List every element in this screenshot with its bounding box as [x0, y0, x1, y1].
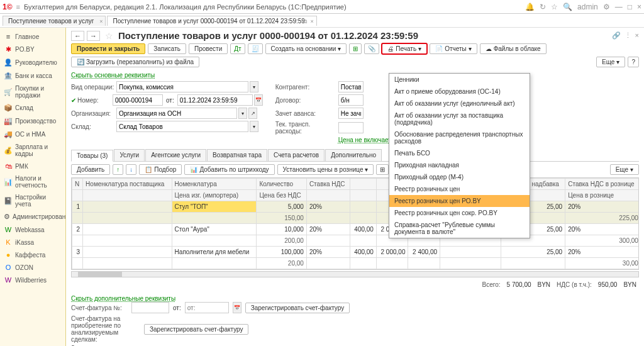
- horizontal-scrollbar[interactable]: [71, 271, 639, 277]
- sidebar-item[interactable]: ✱PO.BY: [0, 43, 65, 56]
- attach-icon[interactable]: 📎: [364, 43, 379, 54]
- sub-tab[interactable]: Дополнительно: [325, 149, 382, 161]
- pick-button[interactable]: 📋 Подбор: [139, 164, 182, 175]
- calendar-icon[interactable]: 📅: [233, 302, 242, 313]
- minimize-icon[interactable]: —: [615, 3, 623, 11]
- print-menu-item[interactable]: Реестр розничных цен сокр. PO.BY: [389, 207, 530, 219]
- duplicate-icon[interactable]: ⧉: [303, 18, 307, 25]
- sidebar-item[interactable]: 🚚ОС и НМА: [0, 128, 65, 141]
- reports-button[interactable]: 📄 Отчеты ▾: [430, 43, 477, 54]
- close-doc-icon[interactable]: ×: [635, 31, 639, 40]
- kebab-icon[interactable]: ⋮: [625, 31, 631, 40]
- transport-field[interactable]: [338, 122, 364, 133]
- star-icon[interactable]: ☆: [551, 3, 558, 11]
- dropdown-icon[interactable]: ▾: [250, 121, 258, 132]
- print-menu-item[interactable]: Печать БСО: [389, 147, 530, 159]
- forward-button[interactable]: →: [87, 31, 100, 41]
- warehouse-field[interactable]: [116, 121, 248, 132]
- maximize-icon[interactable]: □: [628, 3, 632, 11]
- close-icon[interactable]: ×: [637, 3, 641, 11]
- settings-icon[interactable]: ⚙: [603, 3, 610, 11]
- close-icon[interactable]: ×: [311, 18, 314, 25]
- tab-1[interactable]: Поступление товаров и услуг 0000-000194 …: [107, 16, 316, 26]
- sidebar-item[interactable]: ≡Главное: [0, 30, 65, 43]
- cloud-files-button[interactable]: ☁ Файлы в облаке: [480, 43, 547, 54]
- more-button[interactable]: Еще ▾: [596, 57, 625, 67]
- sidebar-item[interactable]: ⚙Администрирование: [0, 210, 65, 223]
- sidebar-item[interactable]: KiKassa: [0, 236, 65, 248]
- back-button[interactable]: ←: [71, 31, 84, 41]
- bell-icon[interactable]: 🔔: [525, 3, 535, 11]
- table-row[interactable]: 3Наполнители для мебели100,00020%400,002…: [72, 247, 640, 258]
- col-header[interactable]: Количество: [257, 179, 306, 190]
- create-based-button[interactable]: Создать на основании ▾: [265, 43, 347, 54]
- dt-icon[interactable]: Дт: [230, 43, 245, 54]
- org-field[interactable]: [116, 108, 237, 119]
- sheet-icon[interactable]: ⊞: [376, 164, 389, 175]
- print-menu-item[interactable]: Акт об оказании услуг (единоличный акт): [389, 98, 530, 109]
- load-file-button[interactable]: 🔄 Загрузить (перезаполнить) из файла: [71, 57, 199, 67]
- register-sf-button[interactable]: Зарегистрировать счет-фактуру: [245, 303, 350, 313]
- sidebar-item[interactable]: 🏦Банк и касса: [0, 69, 65, 82]
- menu-icon[interactable]: ≡: [16, 3, 20, 11]
- register-sf-acq-button[interactable]: Зарегистрировать счет-фактуру: [144, 324, 248, 335]
- sub-tab[interactable]: Агентские услуги: [145, 149, 206, 161]
- sub-tab[interactable]: Возвратная тара: [207, 149, 267, 161]
- print-menu-item[interactable]: Ценники: [389, 74, 530, 86]
- sub-tab[interactable]: Товары (3): [71, 150, 113, 162]
- print-menu-item[interactable]: Акт о приеме оборудования (ОС-14): [389, 86, 530, 98]
- user-label[interactable]: admin: [577, 3, 598, 11]
- print-button[interactable]: 🖨 Печать ▾: [382, 43, 427, 54]
- print-menu-item[interactable]: Акт об оказании услуг за поставщика (под…: [389, 109, 530, 128]
- print-menu-item[interactable]: Приходная накладная: [389, 159, 530, 171]
- table-row[interactable]: 2Стол "Аура"10,00020%400,002 000,002 400…: [72, 224, 640, 235]
- number-field[interactable]: [113, 94, 163, 106]
- hide-extra-link[interactable]: Скрыть дополнительные реквизиты: [71, 295, 175, 302]
- table-subrow[interactable]: 150,00225,00: [72, 213, 640, 224]
- dropdown-icon[interactable]: ▾: [250, 81, 258, 92]
- col-header[interactable]: Номенклатура: [172, 179, 257, 190]
- sidebar-item[interactable]: 💰Зарплата и кадры: [0, 141, 65, 160]
- table-row[interactable]: 1Стул "ТОП"5,00020%25,0020%1 1: [72, 201, 640, 213]
- advance-field[interactable]: [338, 108, 364, 119]
- move-down-icon[interactable]: ↓: [126, 164, 136, 175]
- print-menu-item[interactable]: Реестр розничных цен PO.BY: [389, 195, 530, 207]
- excel-icon[interactable]: ⊞: [349, 43, 362, 54]
- dropdown-icon[interactable]: ▾: [238, 108, 247, 119]
- sub-tab[interactable]: Счета расчетов: [268, 149, 325, 161]
- sidebar-item[interactable]: 📓Настройки учета: [0, 191, 65, 210]
- sidebar-item[interactable]: 📦Склад: [0, 101, 65, 114]
- open-icon[interactable]: ↗: [248, 108, 257, 119]
- favorite-icon[interactable]: ☆: [105, 31, 113, 41]
- sidebar-item[interactable]: 🏭Производство: [0, 114, 65, 128]
- print-menu-item[interactable]: Приходный ордер (М-4): [389, 171, 530, 183]
- date-field[interactable]: [177, 94, 253, 106]
- sidebar-item[interactable]: ●Каффеста: [0, 248, 65, 261]
- col-header[interactable]: Ставка НДС в рознице: [565, 179, 639, 190]
- sidebar-item[interactable]: 📊Налоги и отчетность: [0, 172, 65, 191]
- post-close-button[interactable]: Провести и закрыть: [71, 43, 145, 54]
- set-retail-prices-button[interactable]: Установить цены в рознице ▾: [277, 164, 374, 175]
- structure-icon[interactable]: 🧾: [248, 43, 263, 54]
- col-header[interactable]: [350, 179, 377, 190]
- history-icon[interactable]: ↻: [540, 3, 546, 11]
- table-subrow[interactable]: 20,0030,00: [72, 258, 640, 269]
- sidebar-item[interactable]: WWildberries: [0, 274, 65, 286]
- tab-0[interactable]: Поступление товаров и услуг×: [3, 16, 106, 26]
- col-header[interactable]: Ставка НДС: [306, 179, 350, 190]
- sf-date-field[interactable]: [185, 302, 229, 313]
- sub-tab[interactable]: Услуги: [114, 149, 145, 161]
- sidebar-item[interactable]: WWebkassa: [0, 223, 65, 236]
- sidebar-item[interactable]: 🛒Покупки и продажи: [0, 82, 65, 101]
- add-barcode-button[interactable]: 📊 Добавить по штрихкоду: [184, 164, 274, 175]
- move-up-icon[interactable]: ↑: [113, 164, 123, 175]
- print-menu-item[interactable]: Реестр розничных цен: [389, 183, 530, 195]
- col-header[interactable]: N: [72, 179, 83, 190]
- contract-field[interactable]: [338, 94, 364, 106]
- calendar-icon[interactable]: 📅: [254, 94, 263, 106]
- col-header[interactable]: Номенклатура поставщика: [83, 179, 172, 190]
- sidebar-item[interactable]: OOZON: [0, 261, 65, 274]
- sub-more-button[interactable]: Еще ▾: [610, 164, 639, 175]
- print-menu-item[interactable]: Справка-расчет "Рублевые суммы документа…: [389, 219, 530, 238]
- op-type-field[interactable]: [116, 81, 248, 92]
